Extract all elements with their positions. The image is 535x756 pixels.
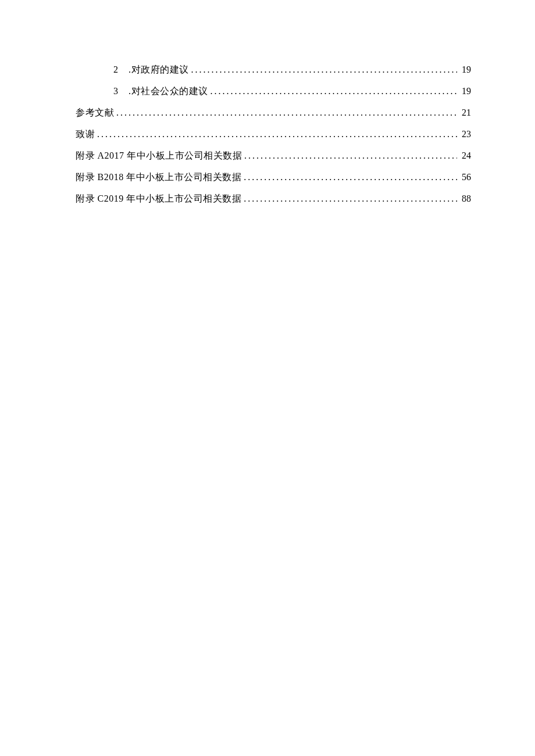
toc-leader-dots [242,151,457,161]
toc-entry: 3 .对社会公众的建议 19 [76,85,471,98]
toc-entry-page: 19 [457,65,471,75]
toc-entry: 附录 A2017 年中小板上市公司相关数据 24 [76,150,471,162]
toc-entry-page: 23 [457,129,471,139]
toc-entry-page: 56 [457,172,471,182]
toc-entry: 附录 C2019 年中小板上市公司相关数据 88 [76,193,471,205]
toc-leader-dots [241,172,457,182]
toc-entry-title: 参考文献 [76,107,114,119]
toc-entry-title: 致谢 [76,128,95,141]
toc-leader-dots [95,129,457,139]
toc-entry-title: .对政府的建议 [129,64,189,76]
toc-entry-page: 24 [457,151,471,161]
toc-entry-page: 21 [457,108,471,118]
toc-entry-title: 附录 B2018 年中小板上市公司相关数据 [76,171,241,184]
toc-entry-page: 88 [457,194,471,204]
toc-entry-page: 19 [457,86,471,96]
toc-entry-title: .对社会公众的建议 [129,85,208,98]
table-of-contents: 2 .对政府的建议 19 3 .对社会公众的建议 19 参考文献 21 致谢 2… [76,64,471,205]
toc-leader-dots [114,108,457,118]
toc-entry-title: 附录 C2019 年中小板上市公司相关数据 [76,193,241,205]
toc-leader-dots [208,86,458,96]
toc-entry: 致谢 23 [76,128,471,141]
toc-entry: 附录 B2018 年中小板上市公司相关数据 56 [76,171,471,184]
toc-entry-title: 附录 A2017 年中小板上市公司相关数据 [76,150,242,162]
toc-entry-number: 3 [113,86,124,96]
toc-entry: 参考文献 21 [76,107,471,119]
toc-leader-dots [189,65,458,75]
toc-entry: 2 .对政府的建议 19 [76,64,471,76]
toc-entry-number: 2 [113,65,124,75]
toc-leader-dots [241,194,457,204]
